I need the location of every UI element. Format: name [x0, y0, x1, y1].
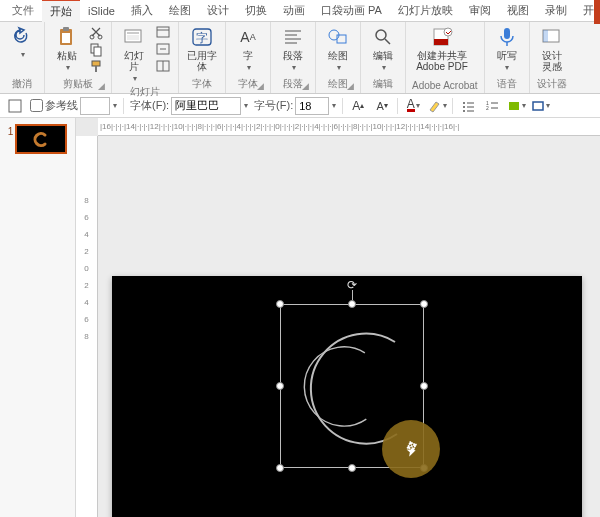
group-slides: 幻灯 片 ▾ 幻灯片 — [112, 22, 179, 93]
group-label-designer: 设计器 — [536, 77, 568, 93]
selected-shape-group[interactable]: ⟳ ✥➤ — [272, 296, 432, 476]
slide-thumbnail[interactable]: 1 — [8, 124, 68, 154]
resize-handle-tl[interactable] — [276, 300, 284, 308]
tab-review[interactable]: 审阅 — [461, 0, 499, 21]
slide[interactable]: ⟳ ✥➤ — [112, 276, 582, 517]
svg-rect-46 — [533, 102, 543, 110]
drawing-button[interactable]: 绘图 ▾ — [322, 24, 354, 74]
tab-insert[interactable]: 插入 — [123, 0, 161, 21]
resize-handle-tr[interactable] — [420, 300, 428, 308]
tab-file[interactable]: 文件 — [4, 0, 42, 21]
numbering-button[interactable]: 12 — [483, 97, 501, 115]
tab-home[interactable]: 开始 — [42, 0, 80, 22]
slide-workspace[interactable]: ⟳ ✥➤ — [98, 136, 600, 517]
group-drawing: 绘图 ▾ 绘图◢ — [316, 22, 361, 93]
guides-control[interactable]: 参考线 ▾ — [30, 97, 117, 115]
tab-record[interactable]: 录制 — [537, 0, 575, 21]
tab-view[interactable]: 视图 — [499, 0, 537, 21]
designer-label: 设计 灵感 — [542, 50, 562, 72]
tab-animations[interactable]: 动画 — [275, 0, 313, 21]
editing-label: 编辑 — [373, 50, 393, 61]
bullets-button[interactable] — [459, 97, 477, 115]
paste-button[interactable]: 粘贴 ▾ — [51, 24, 83, 74]
cut-button[interactable] — [87, 24, 105, 40]
svg-rect-11 — [127, 35, 139, 40]
slide-thumbnail-panel: 1 — [0, 118, 76, 517]
resize-handle-tm[interactable] — [348, 300, 356, 308]
launcher-icon[interactable]: ◢ — [257, 81, 264, 91]
svg-rect-33 — [543, 30, 548, 42]
font-size-input[interactable] — [295, 97, 329, 115]
chevron-down-icon: ▾ — [505, 63, 509, 72]
font-size-icon: AA — [237, 26, 259, 48]
group-label-voice: 语音 — [491, 77, 523, 93]
layout-button[interactable] — [154, 24, 172, 40]
paste-label: 粘贴 — [57, 50, 77, 61]
resize-handle-bl[interactable] — [276, 464, 284, 472]
rotate-handle[interactable]: ⟳ — [347, 278, 357, 292]
font-button[interactable]: AA 字 ▾ — [232, 24, 264, 74]
tab-design[interactable]: 设计 — [199, 0, 237, 21]
tab-pocket-anim[interactable]: 口袋动画 PA — [313, 0, 390, 21]
svg-rect-12 — [157, 27, 169, 37]
launcher-icon[interactable]: ◢ — [302, 81, 309, 91]
separator — [452, 98, 453, 114]
resize-handle-bm[interactable] — [348, 464, 356, 472]
new-slide-button[interactable]: 幻灯 片 ▾ — [118, 24, 150, 85]
designer-button[interactable]: 设计 灵感 — [536, 24, 568, 74]
chevron-down-icon[interactable]: ▾ — [244, 101, 248, 110]
font-color-button[interactable]: A▾ — [404, 97, 422, 115]
group-undo: ▾ 撤消 — [0, 22, 45, 93]
svg-point-37 — [463, 106, 465, 108]
guides-input[interactable] — [80, 97, 110, 115]
paragraph-button[interactable]: 段落 ▾ — [277, 24, 309, 74]
outline-toggle-button[interactable] — [6, 97, 24, 115]
font-size-label: 字号(F): — [254, 98, 293, 113]
designer-icon — [541, 26, 563, 48]
editing-button[interactable]: 编辑 ▾ — [367, 24, 399, 74]
group-used-fonts: 字 已用字 体 字体 — [179, 22, 226, 93]
format-painter-button[interactable] — [87, 58, 105, 74]
undo-button[interactable]: ▾ — [6, 24, 38, 61]
group-label-font: 字体◢ — [232, 77, 264, 93]
svg-point-29 — [444, 28, 452, 36]
group-label-paragraph: 段落◢ — [277, 77, 309, 93]
chevron-down-icon[interactable]: ▾ — [113, 101, 117, 110]
tab-draw[interactable]: 绘图 — [161, 0, 199, 21]
svg-rect-45 — [509, 102, 519, 110]
chevron-down-icon: ▾ — [382, 63, 386, 72]
group-clipboard: 粘贴 ▾ 剪贴板◢ — [45, 22, 112, 93]
shape-outline-button[interactable]: ▾ — [531, 97, 549, 115]
shape-fill-button[interactable]: ▾ — [507, 97, 525, 115]
font-label: 字 — [243, 50, 253, 61]
horizontal-ruler: |16|·|·|·|14|·|·|·|12|·|·|·|10|·|·|·|8|·… — [98, 118, 600, 136]
launcher-icon[interactable]: ◢ — [98, 81, 105, 91]
dictate-button[interactable]: 听写 ▾ — [491, 24, 523, 74]
resize-handle-ml[interactable] — [276, 382, 284, 390]
section-button[interactable] — [154, 58, 172, 74]
clipboard-icon — [56, 26, 78, 48]
tab-transitions[interactable]: 切换 — [237, 0, 275, 21]
reset-button[interactable] — [154, 41, 172, 57]
adobe-pdf-button[interactable]: 创建并共享 Adobe PDF — [412, 24, 472, 74]
font-family-input[interactable] — [171, 97, 241, 115]
group-editing: 编辑 ▾ 编辑 — [361, 22, 406, 93]
secondary-toolbar: 参考线 ▾ 字体(F): ▾ 字号(F): ▾ A▴ A▾ A▾ ▾ 12 ▾ … — [0, 94, 600, 118]
svg-point-39 — [463, 110, 465, 112]
group-label-adobe: Adobe Acrobat — [412, 80, 478, 93]
tab-islide[interactable]: iSlide — [80, 2, 123, 20]
resize-handle-mr[interactable] — [420, 382, 428, 390]
launcher-icon[interactable]: ◢ — [347, 81, 354, 91]
group-paragraph: 段落 ▾ 段落◢ — [271, 22, 316, 93]
group-font: AA 字 ▾ 字体◢ — [226, 22, 271, 93]
highlight-button[interactable]: ▾ — [428, 97, 446, 115]
copy-button[interactable] — [87, 41, 105, 57]
used-fonts-button[interactable]: 字 已用字 体 — [185, 24, 219, 74]
decrease-font-button[interactable]: A▾ — [373, 97, 391, 115]
svg-rect-10 — [127, 32, 139, 34]
chevron-down-icon[interactable]: ▾ — [332, 101, 336, 110]
increase-font-button[interactable]: A▴ — [349, 97, 367, 115]
tab-slideshow[interactable]: 幻灯片放映 — [390, 0, 461, 21]
shapes-icon — [327, 26, 349, 48]
guides-checkbox[interactable] — [30, 99, 43, 112]
